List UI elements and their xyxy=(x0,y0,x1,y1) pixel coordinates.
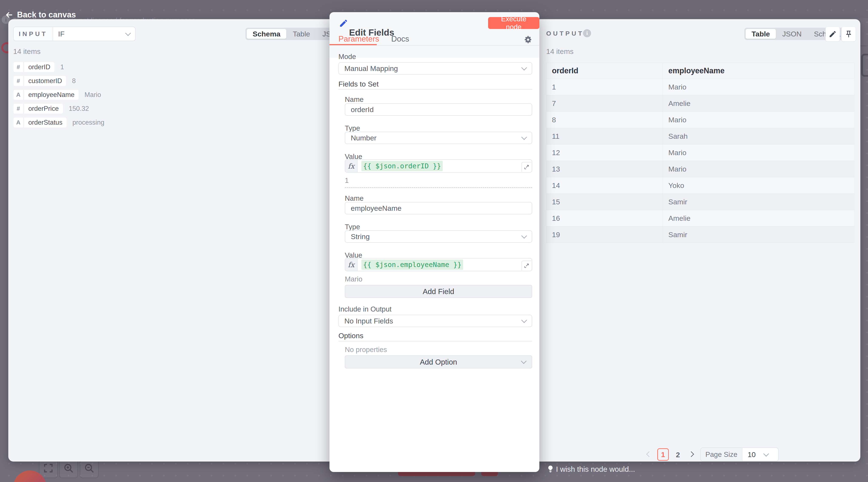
tab-output-table[interactable]: Table xyxy=(746,29,776,39)
field1-name-input[interactable]: orderId xyxy=(345,103,532,116)
active-tab-underline xyxy=(330,44,377,45)
tab-docs[interactable]: Docs xyxy=(391,34,409,44)
table-row: 14 Yoko xyxy=(547,177,854,194)
cell-employeeName: Samir xyxy=(663,194,854,210)
cell-employeeName: Samir xyxy=(663,227,854,243)
field2-name-label: Name xyxy=(345,194,364,202)
input-items-count: 14 items xyxy=(13,47,41,56)
field-value: 1 xyxy=(60,63,64,71)
field2-expression: {{ $json.employeeName }} xyxy=(362,259,463,270)
table-row: 16 Amelie xyxy=(547,210,854,227)
page-button-2[interactable]: 2 xyxy=(673,450,683,459)
input-schema-list: # orderID 1 # customerID 8 A employeeNam… xyxy=(13,62,205,131)
input-source-value[interactable]: IF xyxy=(53,27,135,41)
cell-orderId: 1 xyxy=(547,79,663,95)
include-in-output-select[interactable]: No Input Fields xyxy=(338,315,532,327)
edit-fields-modal: Edit Fields Execute node Parameters Docs… xyxy=(330,12,539,472)
output-info-icon[interactable]: i xyxy=(583,29,591,37)
table-row: 19 Samir xyxy=(547,227,854,243)
back-arrow-icon xyxy=(5,10,13,19)
open-expression-editor-icon[interactable] xyxy=(522,261,531,271)
field-type-icon: A xyxy=(13,117,23,128)
zoom-out-icon xyxy=(84,463,95,474)
mode-label: Mode xyxy=(338,53,356,61)
output-table: orderId employeeName 1 Mario 7 Amelie 8 … xyxy=(546,63,855,243)
options-empty-text: No properties xyxy=(345,346,387,354)
fx-icon: fx xyxy=(345,258,358,271)
field1-expression: {{ $json.orderID }} xyxy=(362,161,443,171)
schema-field-row[interactable]: # orderPrice 150.32 xyxy=(13,103,205,114)
fit-view-icon xyxy=(43,463,54,474)
cell-employeeName: Mario xyxy=(663,79,854,95)
field2-expression-input[interactable]: fx {{ $json.employeeName }} xyxy=(345,258,532,271)
cell-employeeName: Yoko xyxy=(663,177,854,194)
cell-orderId: 11 xyxy=(547,128,663,144)
field-type-icon: # xyxy=(13,103,23,114)
table-row: 1 Mario xyxy=(547,79,854,95)
field-type-icon: # xyxy=(13,62,23,73)
canvas-connection-line xyxy=(860,46,868,46)
schema-field-row[interactable]: A orderStatus processing xyxy=(13,117,205,128)
field1-type-select[interactable]: Number xyxy=(345,132,532,144)
cell-orderId: 15 xyxy=(547,194,663,210)
field-value: processing xyxy=(72,119,104,126)
schema-field-row[interactable]: A employeeName Mario xyxy=(13,89,205,100)
cell-orderId: 13 xyxy=(547,161,663,177)
pin-data-button[interactable] xyxy=(841,27,856,41)
tab-output-json[interactable]: JSON xyxy=(776,29,808,39)
cell-employeeName: Mario xyxy=(663,112,854,128)
output-items-count: 14 items xyxy=(546,47,574,56)
table-row: 15 Samir xyxy=(547,194,854,210)
cell-orderId: 14 xyxy=(547,177,663,194)
chevron-down-icon xyxy=(521,233,527,239)
chevron-down-icon xyxy=(521,358,527,364)
cell-orderId: 8 xyxy=(547,112,663,128)
field1-expression-input[interactable]: fx {{ $json.orderID }} xyxy=(345,160,532,173)
chevron-down-icon xyxy=(521,65,527,70)
cell-employeeName: Sarah xyxy=(663,128,854,144)
node-feedback-link[interactable]: I wish this node would... xyxy=(556,465,635,474)
canvas-node-outline xyxy=(861,54,868,77)
open-expression-editor-icon[interactable] xyxy=(522,162,531,172)
input-source-selector[interactable]: INPUT IF xyxy=(13,27,135,41)
chevron-down-icon xyxy=(125,30,131,36)
execute-node-button[interactable]: Execute node xyxy=(488,17,539,29)
back-to-canvas-button[interactable]: Back to canvas xyxy=(5,10,76,19)
lightbulb-icon xyxy=(546,464,555,474)
field-name: customerID xyxy=(24,76,66,86)
table-row: 12 Mario xyxy=(547,144,854,161)
field-separator xyxy=(345,187,532,188)
section-divider xyxy=(338,89,532,89)
field1-name-label: Name xyxy=(345,95,364,104)
fields-to-set-heading: Fields to Set xyxy=(338,80,379,88)
page-size-value[interactable]: 10 xyxy=(742,448,778,461)
cell-orderId: 12 xyxy=(547,144,663,161)
chevron-down-icon xyxy=(763,451,769,457)
section-divider xyxy=(338,341,532,341)
output-table-header: orderId employeeName xyxy=(547,63,854,79)
mode-select[interactable]: Manual Mapping xyxy=(338,62,532,75)
tab-input-schema[interactable]: Schema xyxy=(247,29,286,39)
page-button-1[interactable]: 1 xyxy=(657,448,669,461)
tab-parameters[interactable]: Parameters xyxy=(338,34,379,44)
field-value: 8 xyxy=(72,77,75,85)
options-heading: Options xyxy=(338,332,363,340)
tab-input-table[interactable]: Table xyxy=(287,29,316,39)
chevron-down-icon xyxy=(521,317,527,323)
field-type-icon: A xyxy=(13,89,23,100)
node-settings-gear-icon[interactable] xyxy=(524,35,532,44)
n8n-node-detail-view: i This n8n instance is not licensed for … xyxy=(0,0,868,482)
field2-name-input[interactable]: employeeName xyxy=(345,202,532,215)
add-option-button[interactable]: Add Option xyxy=(345,356,532,368)
schema-field-row[interactable]: # customerID 8 xyxy=(13,76,205,86)
field2-type-select[interactable]: String xyxy=(345,230,532,243)
field-name: employeeName xyxy=(24,89,79,100)
table-row: 11 Sarah xyxy=(547,128,854,144)
cell-orderId: 7 xyxy=(547,95,663,111)
schema-field-row[interactable]: # orderID 1 xyxy=(13,62,205,73)
edit-output-button[interactable] xyxy=(826,27,840,41)
add-field-button[interactable]: Add Field xyxy=(345,285,532,298)
zoom-in-icon xyxy=(63,463,74,474)
page-size-control[interactable]: Page Size 10 xyxy=(700,448,779,461)
page-size-label: Page Size xyxy=(701,448,742,461)
